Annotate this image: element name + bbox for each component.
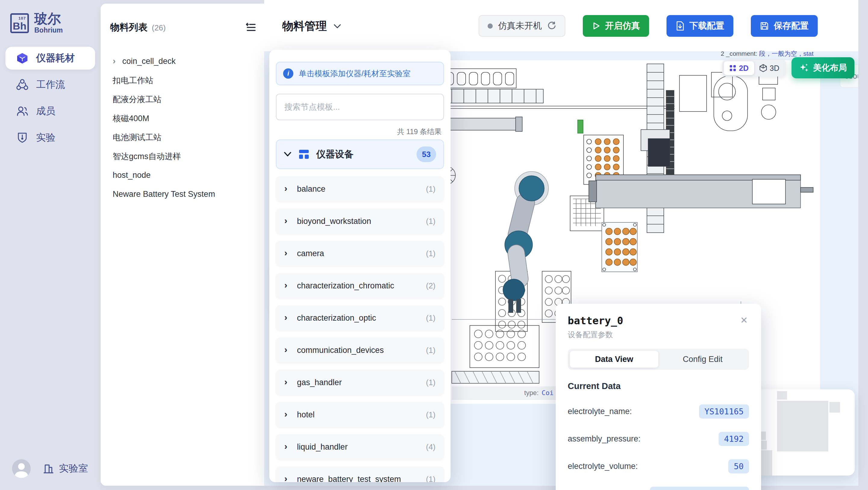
view-mode-toggle: 2D 3D [722,60,786,77]
sim-status-pill[interactable]: 仿真未开机 [478,15,565,37]
chevron-right-icon: › [284,473,287,482]
category-name: characterization_optic [297,313,376,323]
category-count: (1) [426,217,435,226]
material-item-label: Neware Battery Test System [113,190,215,199]
minimap-block [830,402,840,412]
experiment-icon [16,132,28,144]
field-label: assembly_pressure: [568,434,641,443]
sidebar-item-experiments[interactable]: 实验 [5,126,95,149]
material-item-label: 配液分液工站 [113,94,161,105]
materials-list: › coin_cell_deck 扣电工作站 配液分液工站 核磁400M 电池测… [113,52,256,204]
logo-element-box: 107 Bh [10,13,29,33]
start-simulation-button[interactable]: 开启仿真 [583,15,649,37]
material-item[interactable]: 电池测试工站 [113,128,256,147]
sidebar-item-label: 成员 [36,105,55,118]
group-instruments[interactable]: 仪器设备 53 [276,140,444,169]
node-type-strip: type: Coi [452,386,557,400]
popup-tabs: Data View Config Edit [568,349,749,370]
sidebar-item-members[interactable]: 成员 [5,100,95,123]
minimap-block [777,401,828,452]
page-title-dropdown[interactable]: 物料管理 [282,19,341,34]
category-count: (1) [426,410,435,420]
close-icon[interactable]: ✕ [739,315,749,326]
logo-name-zh: 玻尔 [34,12,63,25]
chevron-right-icon: › [113,56,116,66]
material-item-label: 智达gcms自动进样 [113,151,181,162]
field-electrolyte-name: electrolyte_name: YS101165 [568,404,749,419]
field-value: 3.1559998989105225 [650,487,749,490]
logo-text: 玻尔 Bohrium [34,12,63,34]
category-communication-devices[interactable]: › communication_devices (1) [276,338,444,363]
file-download-icon [676,21,685,31]
sidebar-item-workflow[interactable]: 工作流 [5,73,95,96]
view-2d-button[interactable]: 2D [724,61,754,75]
category-camera[interactable]: › camera (1) [276,241,444,266]
current-data-heading: Current Data [568,381,749,391]
yaml-comment-fragment: 2 _comment: 段，一般为空，stat [721,50,813,58]
view-3d-label: 3D [770,64,779,73]
popup-header: battery_0 ✕ [568,315,749,327]
members-icon [16,105,28,117]
category-name: gas_handler [297,378,342,387]
page-title: 物料管理 [282,19,327,34]
sidebar-item-label: 仪器耗材 [36,52,75,65]
beautify-label: 美化布局 [813,62,847,74]
category-characterization-optic[interactable]: › characterization_optic (1) [276,305,444,330]
avatar[interactable] [12,459,31,478]
save-icon [760,21,769,30]
category-count: (1) [426,346,435,355]
category-hotel[interactable]: › hotel (1) [276,402,444,427]
minimap[interactable] [753,390,855,475]
bohrium-logo: 107 Bh 玻尔 Bohrium [10,12,63,34]
topbar: 物料管理 仿真未开机 开启仿真 [264,0,858,51]
chevron-right-icon: › [284,377,287,387]
popup-subtitle: 设备配置参数 [568,330,749,340]
material-item[interactable]: Neware Battery Test System [113,185,256,204]
category-gas-handler[interactable]: › gas_handler (1) [276,370,444,395]
lab-switcher[interactable]: 实验室 [43,462,88,475]
sidebar-item-label: 工作流 [36,78,65,91]
material-item[interactable]: host_node [113,166,256,185]
field-label: electrolyte_name: [568,407,632,416]
tab-config-edit[interactable]: Config Edit [658,351,747,368]
download-config-button[interactable]: 下载配置 [666,15,733,37]
material-item-label: 电池测试工站 [113,132,161,143]
category-neware-battery-test-system[interactable]: › neware_battery_test_system (1) [276,466,444,482]
beautify-layout-button[interactable]: 美化布局 [792,57,855,78]
start-simulation-label: 开启仿真 [605,20,640,32]
view-3d-button[interactable]: 3D [754,61,784,75]
refresh-icon[interactable] [547,21,556,30]
material-item[interactable]: 核磁400M [113,109,256,128]
collapse-list-icon[interactable] [245,22,256,33]
sidebar-nav: 仪器耗材 工作流 成员 [5,47,95,153]
category-liquid-handler[interactable]: › liquid_handler (4) [276,434,444,460]
chevron-down-icon [284,151,291,157]
cube-icon [16,52,28,64]
popup-title: battery_0 [568,315,623,327]
save-config-button[interactable]: 保存配置 [751,15,818,37]
grid-2d-icon [730,65,736,71]
template-search-input[interactable] [276,94,444,120]
chevron-right-icon: › [284,312,287,322]
tab-data-view[interactable]: Data View [570,351,658,368]
main-area: 物料管理 仿真未开机 开启仿真 [264,0,858,486]
download-config-label: 下载配置 [689,20,724,32]
sparkles-icon [799,63,809,73]
category-name: balance [297,184,326,194]
layout-canvas[interactable]: 2 _comment: 段，一般为空，stat esou 2D [264,51,858,486]
sidebar-item-instruments[interactable]: 仪器耗材 [5,47,95,69]
materials-count: (26) [152,23,166,33]
category-balance[interactable]: › balance (1) [276,176,444,202]
material-item[interactable]: › coin_cell_deck [113,52,256,71]
topbar-actions: 仿真未开机 开启仿真 下载 [478,15,818,37]
field-assembly-pressure: assembly_pressure: 4192 [568,432,749,446]
category-characterization-chromatic[interactable]: › characterization_chromatic (2) [276,273,444,298]
material-item[interactable]: 扣电工作站 [113,71,256,90]
material-item[interactable]: 配液分液工站 [113,90,256,109]
palette-tip-banner: i 单击模板添加仪器/耗材至实验室 [276,62,444,85]
logo-symbol: Bh [13,21,26,31]
category-bioyond-workstation[interactable]: › bioyond_workstation (1) [276,208,444,234]
material-item-label: host_node [113,171,151,180]
chevron-right-icon: › [284,409,287,419]
material-item[interactable]: 智达gcms自动进样 [113,147,256,166]
